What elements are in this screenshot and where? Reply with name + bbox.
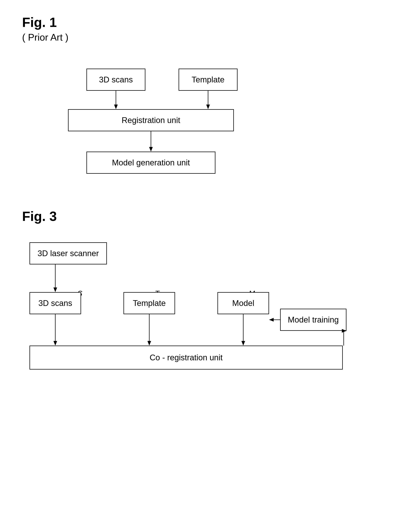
- svg-marker-1: [114, 105, 118, 109]
- fig3-box-coregistration: Co - registration unit: [30, 346, 343, 369]
- fig3-box-laser: 3D laser scanner: [30, 242, 107, 264]
- fig3-title: Fig. 3: [22, 209, 372, 224]
- svg-marker-9: [53, 341, 57, 346]
- fig1-subtitle: ( Prior Art ): [22, 32, 372, 43]
- svg-marker-5: [149, 147, 153, 152]
- fig3-box-scans: 3D scans: [30, 292, 81, 314]
- fig3-box-template: Template: [124, 292, 175, 314]
- svg-marker-11: [147, 341, 151, 346]
- fig1-section: Fig. 1 ( Prior Art ) 3D scans Template R…: [22, 15, 372, 187]
- fig1-box-template: Template: [179, 68, 238, 91]
- fig1-title: Fig. 1: [22, 15, 372, 30]
- fig3-box-model-training: Model training: [280, 309, 347, 331]
- fig1-diagram: 3D scans Template Registration unit Mode…: [50, 58, 344, 187]
- svg-marker-15: [269, 318, 274, 321]
- svg-marker-3: [206, 105, 210, 109]
- svg-marker-13: [241, 341, 245, 346]
- page: Fig. 1 ( Prior Art ) 3D scans Template R…: [0, 0, 394, 532]
- fig3-section: Fig. 3 3D laser scanner S T M 3D scans: [22, 209, 372, 381]
- fig3-diagram: 3D laser scanner S T M 3D scans Template: [22, 237, 372, 381]
- fig1-box-scans: 3D scans: [86, 68, 145, 91]
- fig1-box-model-gen: Model generation unit: [86, 152, 215, 174]
- fig3-box-model: Model: [218, 292, 269, 314]
- svg-marker-7: [53, 288, 57, 292]
- fig1-box-registration: Registration unit: [68, 109, 234, 131]
